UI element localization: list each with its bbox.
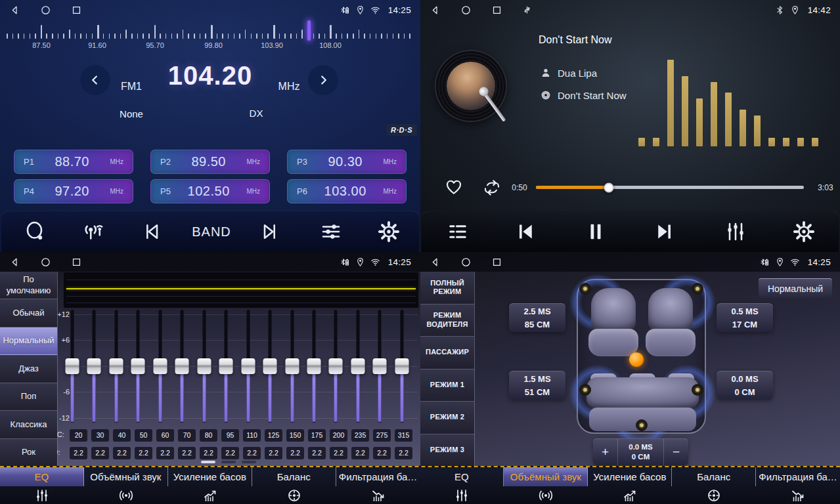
tab-bass-boost[interactable]: Усиление басов (168, 467, 252, 504)
back-icon[interactable] (9, 5, 20, 16)
eq-band-slider[interactable] (218, 310, 234, 423)
tab-eq-faders[interactable]: EQ (0, 467, 84, 504)
seek-down-button[interactable] (78, 63, 112, 97)
slider-handle[interactable] (131, 358, 145, 374)
eq-band-slider[interactable] (394, 310, 410, 423)
slider-handle[interactable] (263, 358, 277, 374)
slider-handle[interactable] (329, 358, 343, 374)
slider-handle[interactable] (219, 358, 233, 374)
back-icon[interactable] (430, 257, 441, 268)
tab-balance[interactable]: Баланс (252, 467, 336, 504)
tab-bass-boost[interactable]: Усиление басов (588, 467, 672, 504)
slider-handle[interactable] (373, 358, 387, 374)
preset-button-p6[interactable]: P6103.00MHz (287, 179, 407, 203)
mixer-faders-button[interactable] (724, 220, 747, 243)
page-dot[interactable] (242, 461, 256, 463)
listening-mode-item[interactable]: ПОЛНЫЙ РЕЖИМ (420, 272, 474, 304)
listening-position-ball[interactable] (629, 352, 644, 367)
recents-icon[interactable] (71, 257, 82, 268)
slider-handle[interactable] (395, 358, 409, 374)
home-icon[interactable] (40, 257, 51, 268)
eq-preset-item[interactable]: Поп (0, 383, 57, 411)
seek-slider[interactable] (536, 186, 804, 189)
gear-button[interactable] (792, 220, 816, 243)
listening-mode-item[interactable]: РЕЖИМ 1 (420, 369, 474, 402)
prev-track-button[interactable] (139, 220, 163, 243)
eq-band-slider[interactable] (152, 310, 168, 423)
center-rear-speaker[interactable] (636, 419, 648, 431)
slider-handle[interactable] (197, 358, 211, 374)
listening-mode-item[interactable]: РЕЖИМ ВОДИТЕЛЯ (420, 304, 474, 337)
eq-preset-item[interactable]: Обычай (0, 299, 57, 327)
listening-mode-item[interactable]: ПАССАЖИР (420, 337, 474, 369)
tab-lowpass-filter[interactable]: Фильтрация ба… (336, 467, 420, 504)
eq-band-slider[interactable] (174, 310, 190, 423)
eq-band-slider[interactable] (350, 310, 366, 423)
preset-button-p2[interactable]: P289.50MHz (150, 150, 270, 174)
antenna-button[interactable] (81, 220, 105, 243)
rear-left-speaker[interactable] (579, 384, 591, 396)
back-icon[interactable] (9, 257, 20, 268)
tab-eq-faders[interactable]: EQ (420, 467, 504, 504)
slider-handle[interactable] (307, 358, 321, 374)
eq-band-slider[interactable] (108, 310, 124, 423)
eq-preset-item[interactable]: Классика (0, 411, 57, 438)
eq-band-slider[interactable] (262, 310, 278, 423)
recents-icon[interactable] (491, 5, 502, 16)
seek-thumb[interactable] (604, 182, 614, 192)
slider-handle[interactable] (175, 358, 189, 374)
front-right-delay[interactable]: 0.5 MS 17 CM (717, 303, 773, 332)
gear-button[interactable] (377, 220, 401, 243)
eq-band-slider[interactable] (284, 310, 300, 423)
eq-preset-item[interactable]: Нормальный (0, 327, 57, 355)
eq-band-slider[interactable] (372, 310, 387, 423)
slider-handle[interactable] (109, 358, 123, 374)
next-track-button[interactable] (259, 220, 282, 243)
preset-button-p4[interactable]: P497.20MHz (14, 179, 133, 203)
front-left-delay[interactable]: 2.5 MS 85 CM (509, 303, 565, 332)
prev-filled-button[interactable] (514, 220, 537, 243)
listening-mode-item[interactable]: РЕЖИМ 3 (420, 434, 474, 467)
delay-increase-button[interactable]: + (593, 439, 617, 465)
home-icon[interactable] (460, 5, 472, 16)
preset-button-p1[interactable]: P188.70MHz (14, 150, 133, 174)
rear-right-delay[interactable]: 0.0 MS 0 CM (717, 371, 773, 400)
next-filled-button[interactable] (653, 220, 676, 243)
recents-icon[interactable] (491, 257, 502, 268)
eq-band-slider[interactable] (306, 310, 322, 423)
home-icon[interactable] (40, 5, 51, 16)
eq-band-slider[interactable] (64, 310, 80, 423)
eq-preset-item[interactable]: Рок (0, 439, 57, 466)
page-dot[interactable] (201, 461, 215, 463)
favorite-button[interactable] (444, 177, 464, 197)
slider-handle[interactable] (87, 358, 101, 374)
rear-left-delay[interactable]: 1.5 MS 51 CM (509, 371, 565, 400)
preset-button-p3[interactable]: P390.30MHz (287, 150, 407, 174)
eq-band-slider[interactable] (86, 310, 102, 423)
eq-band-slider[interactable] (130, 310, 146, 423)
listening-mode-item[interactable]: РЕЖИМ 2 (420, 402, 474, 434)
front-right-speaker[interactable] (692, 283, 703, 295)
eq-band-slider[interactable] (240, 310, 256, 423)
band-button[interactable]: BAND (192, 224, 231, 240)
tab-surround[interactable]: Объёмный звук (504, 467, 588, 504)
tab-lowpass-filter[interactable]: Фильтрация ба… (756, 467, 840, 504)
slider-handle[interactable] (153, 358, 167, 374)
eq-band-slider[interactable] (328, 310, 343, 423)
page-dot[interactable] (221, 461, 236, 463)
surround-preset-button[interactable]: Нормальный (759, 278, 832, 298)
playlist-button[interactable] (446, 220, 470, 243)
slider-handle[interactable] (351, 358, 365, 374)
slider-handle[interactable] (241, 358, 255, 374)
delay-decrease-button[interactable]: − (664, 439, 688, 465)
eq-preset-item[interactable]: По умолчанию (0, 272, 57, 299)
home-icon[interactable] (460, 257, 472, 268)
slider-handle[interactable] (285, 358, 299, 374)
scan-button[interactable] (24, 220, 47, 243)
tab-balance[interactable]: Баланс (672, 467, 756, 504)
seek-up-button[interactable] (306, 63, 340, 97)
back-icon[interactable] (430, 5, 441, 16)
frequency-scale[interactable] (0, 22, 420, 40)
recents-icon[interactable] (71, 5, 82, 16)
repeat-button[interactable] (482, 178, 502, 198)
